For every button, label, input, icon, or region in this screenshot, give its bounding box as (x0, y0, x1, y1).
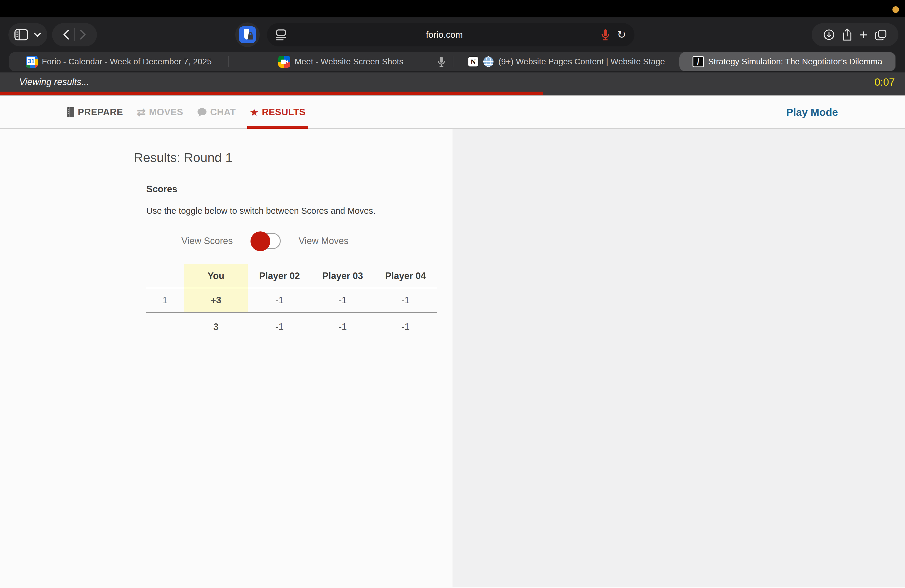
score-you: +3 (184, 288, 248, 313)
tab-overview-button[interactable] (875, 29, 887, 41)
downloads-button[interactable] (823, 29, 835, 41)
toolbar-right-group: + (811, 23, 899, 46)
tab-prepare[interactable]: PREPARE (67, 96, 123, 128)
table-totals-row: 3 -1 -1 -1 (146, 313, 437, 341)
star-icon: ★ (249, 107, 259, 118)
you-column-header: You (184, 264, 248, 288)
play-mode-link[interactable]: Play Mode (786, 96, 838, 128)
scores-moves-toggle-row: View Scores View Moves (181, 231, 348, 251)
score-player04: -1 (374, 288, 437, 313)
tab-title: Forio - Calendar - Week of December 7, 2… (42, 57, 212, 67)
browser-tab-simulation-active[interactable]: / Strategy Simulation: The Negotiator’s … (680, 52, 895, 71)
browser-tab-meet[interactable]: Meet - Website Screen Shots (229, 52, 453, 71)
sidebar-toggle-button[interactable] (8, 23, 47, 46)
scores-moves-toggle[interactable] (251, 233, 281, 249)
view-scores-label: View Scores (181, 236, 233, 246)
progress-fill (0, 92, 543, 95)
divider (74, 28, 75, 41)
menubar (0, 0, 905, 17)
forward-button[interactable] (79, 29, 87, 40)
address-bar[interactable]: forio.com ↻ (267, 23, 635, 46)
table-header-row: You Player 02 Player 03 Player 04 (146, 264, 437, 288)
view-moves-label: View Moves (298, 236, 349, 246)
tab-label: RESULTS (262, 107, 306, 118)
tab-label: PREPARE (78, 107, 123, 118)
notebook-icon (67, 106, 75, 118)
chevron-down-icon (33, 32, 41, 37)
chat-bubble-icon (197, 108, 207, 117)
history-nav-group (52, 23, 97, 46)
total-you: 3 (184, 313, 248, 341)
back-button[interactable] (62, 29, 70, 40)
microphone-active-icon[interactable] (602, 29, 609, 41)
notion-favicon-icon: N (468, 56, 478, 67)
simulation-navbar: PREPARE ⇄ MOVES CHAT ★ RESULTS Play Mode (0, 96, 905, 129)
progress-track (0, 92, 905, 95)
google-meet-favicon-icon (278, 56, 290, 68)
page-settings-icon[interactable] (275, 28, 287, 41)
tab-label: CHAT (210, 107, 236, 118)
share-button[interactable] (842, 28, 853, 41)
tab-strip: 31 Forio - Calendar - Week of December 7… (0, 52, 905, 72)
score-player02: -1 (248, 288, 311, 313)
browser-toolbar: forio.com ↻ (0, 17, 905, 52)
countdown-timer: 0:07 (875, 76, 895, 88)
tab-title: (9+) Website Pages Content | Website Sta… (498, 57, 665, 67)
reload-icon[interactable]: ↻ (617, 29, 626, 40)
score-player03: -1 (311, 288, 374, 313)
tab-title: Meet - Website Screen Shots (294, 57, 403, 67)
total-player04: -1 (374, 313, 437, 341)
forio-slash-favicon-icon: / (692, 56, 704, 67)
right-panel (452, 129, 905, 587)
new-tab-button[interactable]: + (859, 28, 868, 41)
tab-results[interactable]: ★ RESULTS (249, 96, 306, 128)
globe-favicon-icon (483, 56, 494, 67)
round-column-header (146, 264, 184, 288)
tab-microphone-icon (438, 56, 445, 67)
password-extension-button[interactable] (235, 22, 260, 47)
browser-tab-notion[interactable]: N (9+) Website Pages Content | Website S… (453, 52, 680, 71)
toggle-description: Use the toggle below to switch between S… (146, 206, 376, 216)
toggle-knob[interactable] (251, 231, 270, 251)
tab-chat[interactable]: CHAT (197, 96, 236, 128)
tab-moves[interactable]: ⇄ MOVES (137, 96, 183, 128)
camera-indicator-icon (892, 6, 899, 13)
player03-column-header: Player 03 (311, 264, 374, 288)
google-calendar-favicon-icon: 31 (26, 56, 38, 68)
round-number: 1 (146, 288, 184, 313)
scores-table: You Player 02 Player 03 Player 04 1 +3 -… (146, 264, 437, 341)
tab-title: Strategy Simulation: The Negotiator’s Di… (708, 57, 882, 67)
table-row-round1: 1 +3 -1 -1 -1 (146, 288, 437, 313)
url-text: forio.com (287, 30, 602, 40)
page-title: Results: Round 1 (134, 150, 233, 165)
total-player03: -1 (311, 313, 374, 341)
scores-section-title: Scores (146, 184, 177, 195)
browser-tab-calendar[interactable]: 31 Forio - Calendar - Week of December 7… (9, 52, 229, 71)
simulation-status-bar: Viewing results... 0:07 (0, 72, 905, 92)
total-player02: -1 (248, 313, 311, 341)
player02-column-header: Player 02 (248, 264, 311, 288)
shield-lock-extension-icon (239, 26, 256, 43)
swap-arrows-icon: ⇄ (137, 107, 146, 118)
player04-column-header: Player 04 (374, 264, 437, 288)
sidebar-icon (14, 29, 28, 41)
tab-label: MOVES (149, 107, 183, 118)
status-message: Viewing results... (19, 77, 89, 87)
main-content: Results: Round 1 Scores Use the toggle b… (0, 129, 905, 587)
